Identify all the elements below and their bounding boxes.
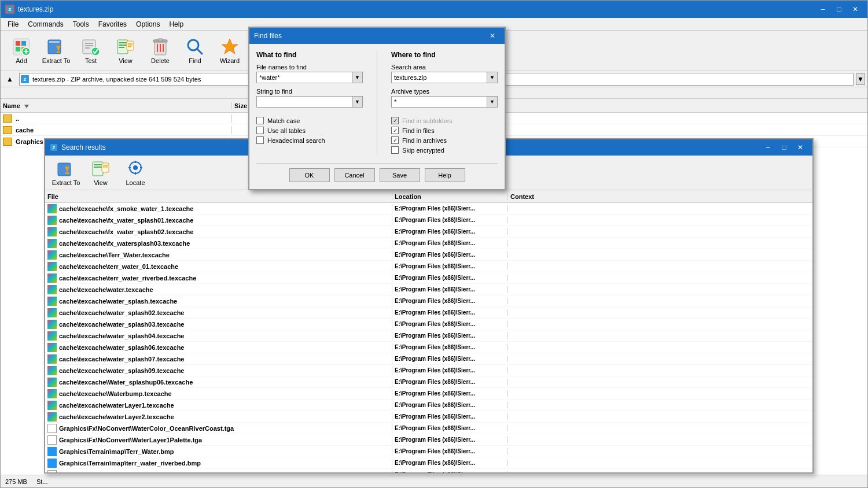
location-text: E:\Program Files (x86)\Sierr... [392,309,508,316]
maximize-button[interactable]: □ [832,3,847,15]
list-item[interactable]: cache\texcache\Terr_Water.texcacheE:\Pro… [45,249,812,261]
menu-tools[interactable]: Tools [68,19,94,29]
list-item[interactable]: cache\texcache\Waterbump.texcacheE:\Prog… [45,388,812,400]
toolbar-test-button[interactable]: Test [75,34,107,68]
list-item[interactable]: cache\texcache\water_splash02.texcacheE:… [45,307,812,319]
list-item[interactable]: Graphics\Terrain\map\ui_fullmap_water.tg… [45,469,812,472]
menu-help[interactable]: Help [164,19,188,29]
toolbar-delete-button[interactable]: Delete [144,34,176,68]
title-controls: – □ ✕ [815,3,863,15]
find-columns: What to find File names to find ▼ String… [256,51,498,156]
menu-favorites[interactable]: Favorites [94,19,131,29]
svg-rect-47 [94,164,102,165]
find-skipencrypted-checkbox[interactable] [391,146,399,154]
toolbar-add-button[interactable]: Add [5,34,38,68]
address-dropdown-button[interactable]: ▼ [856,73,865,85]
toolbar-wizard-button[interactable]: Wizard [214,34,246,68]
file-type-icon [47,401,57,410]
find-hexadecimal-checkbox[interactable] [256,136,264,144]
list-item[interactable]: cache\texcache\water_splash03.texcacheE:… [45,319,812,330]
find-cancel-button[interactable]: Cancel [334,168,375,182]
find-searcharea-row: ▼ [391,72,498,83]
find-save-button[interactable]: Save [380,168,420,182]
find-infiles-checkbox[interactable] [391,127,399,134]
search-view-button[interactable]: View [84,156,117,190]
find-ok-button[interactable]: OK [289,168,330,182]
toolbar-find-button[interactable]: Find [179,34,211,68]
location-text: E:\Program Files (x86)\Sierr... [392,228,508,235]
search-column-file[interactable]: File [45,193,392,200]
file-name: Graphics\Terrain\map\ui_fullmap_water.tg… [59,471,189,473]
search-extract-label: Extract To [52,179,80,186]
file-name: cache\texcache\Water_splashup06.texcache [59,379,193,386]
list-item[interactable]: cache\texcache\water_splash06.texcacheE:… [45,342,812,353]
list-item[interactable]: cache\texcache\terr_water_01.texcacheE:\… [45,261,812,272]
search-close-button[interactable]: ✕ [793,142,808,153]
find-searcharea-input[interactable] [391,72,487,83]
list-item[interactable]: cache\texcache\water.texcacheE:\Program … [45,284,812,295]
list-item[interactable]: cache\texcache\fx_smoke_water_1.texcache… [45,203,812,215]
location-text: E:\Program Files (x86)\Sierr... [392,217,508,223]
list-item[interactable]: cache\texcache\water_splash04.texcacheE:… [45,330,812,342]
list-item[interactable]: cache\texcache\Water_splashup06.texcache… [45,376,812,388]
find-alltables-checkbox[interactable] [256,127,264,134]
file-type-icon [47,366,57,375]
find-archivetypes-input[interactable] [391,96,487,108]
list-item[interactable]: cache\texcache\water_splash09.texcacheE:… [45,365,812,376]
menu-options[interactable]: Options [131,19,164,29]
toolbar-view-button[interactable]: View [109,34,142,68]
location-text: E:\Program Files (x86)\Sierr... [392,425,508,431]
list-item[interactable]: cache\texcache\terr_water_riverbed.texca… [45,272,812,284]
search-minimize-button[interactable]: – [760,142,775,153]
list-item[interactable]: cache\texcache\water_splash.texcacheE:\P… [45,295,812,307]
column-name[interactable]: Name [1,102,232,109]
search-maximize-button[interactable]: □ [777,142,792,153]
find-infiles-row: Find in files [391,127,498,134]
file-name: cache\texcache\water.texcache [59,286,153,293]
view-icon [116,38,135,56]
list-item[interactable]: cache\texcache\fx_watersplash03.texcache… [45,238,812,249]
find-close-button[interactable]: ✕ [485,30,500,42]
list-item[interactable]: Graphics\Fx\NoConvert\WaterLayer1Palette… [45,434,812,446]
list-item[interactable]: Graphics\Terrain\map\Terr_Water.bmpE:\Pr… [45,446,812,457]
find-what-column: What to find File names to find ▼ String… [256,51,363,156]
svg-rect-50 [103,165,108,166]
menu-file[interactable]: File [3,19,23,29]
search-column-location[interactable]: Location [392,193,508,200]
toolbar-extract-button[interactable]: Extract To [40,34,72,68]
search-column-context[interactable]: Context [508,193,812,200]
search-title-controls: – □ ✕ [760,142,808,153]
find-string-dropdown[interactable]: ▼ [352,96,363,108]
list-item[interactable]: cache\texcache\fx_water_splash02.texcach… [45,226,812,238]
close-button[interactable]: ✕ [848,3,863,15]
file-type-icon [47,459,57,468]
list-item[interactable]: cache\texcache\water_splash07.texcacheE:… [45,353,812,365]
find-filenames-input[interactable] [256,72,352,83]
find-archivetypes-dropdown[interactable]: ▼ [487,96,498,108]
file-type-icon [47,412,57,422]
minimize-button[interactable]: – [815,3,830,15]
file-name: cache\texcache\terr_water_01.texcache [59,263,178,270]
find-string-input[interactable] [256,96,352,108]
find-label: Find [189,57,201,64]
search-extract-button[interactable]: Extract To [50,156,82,190]
find-filenames-dropdown[interactable]: ▼ [352,72,363,83]
list-item[interactable]: Graphics\Terrain\map\terr_water_riverbed… [45,457,812,469]
search-locate-button[interactable]: Locate [119,156,152,190]
find-matchcase-checkbox[interactable] [256,117,264,124]
find-filenames-row: ▼ [256,72,363,83]
file-name: cache\texcache\water_splash03.texcache [59,321,184,328]
list-item[interactable]: cache\texcache\fx_water_splash01.texcach… [45,215,812,226]
find-help-button[interactable]: Help [425,168,465,182]
nav-up-button[interactable]: ▲ [3,73,17,86]
list-item[interactable]: Graphics\Fx\NoConvert\WaterColor_OceanRi… [45,423,812,434]
add-label: Add [16,57,27,64]
extract-label: Extract To [42,57,71,64]
list-item[interactable]: cache\texcache\waterLayer2.texcacheE:\Pr… [45,411,812,423]
location-text: E:\Program Files (x86)\Sierr... [392,298,508,304]
menu-commands[interactable]: Commands [23,19,68,29]
list-item[interactable]: cache\texcache\waterLayer1.texcacheE:\Pr… [45,400,812,411]
find-inarchives-checkbox[interactable] [391,136,399,144]
svg-text:Z: Z [9,7,12,12]
find-searcharea-dropdown[interactable]: ▼ [487,72,498,83]
